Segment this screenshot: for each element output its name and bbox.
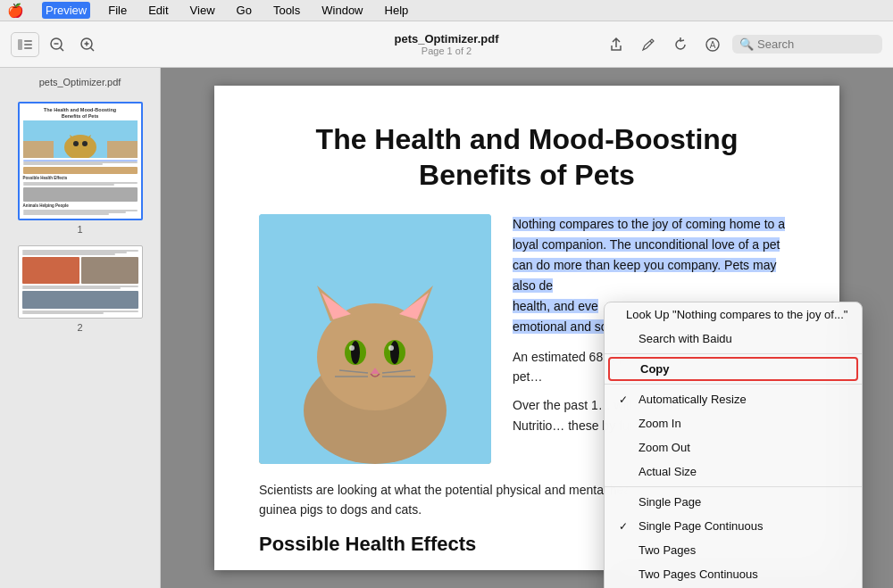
single-page-label: Single Page [638,495,701,509]
document-filename: pets_Optimizer.pdf [394,32,498,46]
actual-size-label: Actual Size [638,465,697,478]
svg-rect-2 [24,44,32,46]
thumbnail-2[interactable] [18,245,143,319]
content-area: The Health and Mood-Boosting Benefits of… [161,68,893,588]
context-menu-auto-resize[interactable]: ✓ Automatically Resize [605,387,862,411]
markup-icon [640,37,656,53]
context-menu-single-page[interactable]: Single Page [605,490,862,514]
svg-rect-0 [18,39,22,50]
menu-item-preview[interactable]: Preview [42,2,90,19]
svg-point-29 [349,345,355,351]
two-pages-label: Two Pages [638,543,696,557]
sidebar: pets_Optimizer.pdf The Health and Mood-B… [0,68,161,588]
single-page-cont-checkmark: ✓ [619,520,631,533]
context-menu-search-baidu[interactable]: Search with Baidu [605,327,862,351]
two-pages-cont-label: Two Pages Continuous [638,567,758,581]
menu-item-view[interactable]: View [187,2,219,19]
rotate-icon [672,37,689,53]
highlighted-text-2: health, and eve [513,299,598,313]
context-menu-two-pages[interactable]: Two Pages [605,538,862,562]
search-box[interactable]: 🔍 [732,35,882,54]
annotate-button[interactable]: A [700,32,725,57]
zoom-in-button[interactable] [75,32,100,57]
search-input[interactable] [757,37,873,51]
copy-label: Copy [640,362,670,376]
svg-point-17 [82,141,88,146]
svg-point-27 [351,341,360,364]
zoom-out-button[interactable] [45,32,70,57]
zoom-in-icon [79,37,96,53]
pdf-title: The Health and Mood-Boosting Benefits of… [259,121,795,193]
menu-item-help[interactable]: Help [381,2,413,19]
sidebar-toggle-icon [18,39,32,50]
markup-button[interactable] [636,32,661,57]
context-menu-copy[interactable]: Copy [608,357,858,381]
context-menu-lookup[interactable]: Look Up "Nothing compares to the joy of.… [605,302,862,327]
context-menu-single-page-cont[interactable]: ✓ Single Page Continuous [605,514,862,538]
annotate-icon: A [705,37,721,53]
toolbar-center: pets_Optimizer.pdf Page 1 of 2 [394,32,498,56]
svg-rect-3 [24,47,32,49]
page-info: Page 1 of 2 [421,46,472,56]
svg-point-28 [390,341,399,364]
zoom-in-label: Zoom In [638,417,681,430]
share-button[interactable] [604,32,629,57]
separator-1 [605,353,862,354]
thumb-cat-image [23,120,138,158]
sidebar-toggle-button[interactable] [11,32,39,57]
cat-svg [259,214,491,464]
main-area: pets_Optimizer.pdf The Health and Mood-B… [0,68,893,588]
thumbnail-1[interactable]: The Health and Mood-BoostingBenefits of … [18,102,143,220]
share-icon [608,37,624,53]
thumb-2-number: 2 [77,322,82,333]
svg-line-6 [61,47,64,51]
separator-3 [605,486,862,487]
svg-rect-1 [24,40,32,42]
thumb-1-number: 1 [77,224,82,235]
toolbar-right: A 🔍 [506,32,882,57]
context-menu-zoom-in[interactable]: Zoom In [605,411,862,435]
svg-line-10 [91,47,95,51]
context-menu-two-pages-cont[interactable]: Two Pages Continuous [605,562,862,586]
search-baidu-label: Search with Baidu [638,332,732,345]
menu-bar: 🍎 Preview File Edit View Go Tools Window… [0,0,893,21]
thumbnail-container-2: 2 [7,245,153,333]
context-menu-zoom-out[interactable]: Zoom Out [605,435,862,460]
context-menu: Look Up "Nothing compares to the joy of.… [604,302,863,588]
rotate-button[interactable] [668,32,693,57]
single-page-cont-label: Single Page Continuous [638,519,764,533]
auto-resize-label: Automatically Resize [638,393,747,406]
auto-resize-checkmark: ✓ [619,393,631,406]
highlighted-text-3: emotional and so [513,319,608,334]
zoom-out-icon [49,37,65,53]
context-menu-actual-size[interactable]: Actual Size [605,460,862,484]
pdf-cat-image [259,214,491,464]
menu-item-tools[interactable]: Tools [270,2,304,19]
toolbar-left [11,32,387,57]
zoom-out-label: Zoom Out [638,441,690,454]
lookup-label: Look Up "Nothing compares to the joy of.… [626,308,847,321]
svg-point-30 [388,345,394,351]
sidebar-filename: pets_Optimizer.pdf [7,77,153,87]
thumbnail-container-1: The Health and Mood-BoostingBenefits of … [7,102,153,235]
menu-item-edit[interactable]: Edit [145,2,171,19]
menu-item-file[interactable]: File [104,2,130,19]
separator-2 [605,384,862,385]
svg-text:A: A [710,40,716,50]
menu-item-go[interactable]: Go [233,2,255,19]
toolbar: pets_Optimizer.pdf Page 1 of 2 A [0,21,893,68]
apple-logo[interactable]: 🍎 [7,3,24,19]
svg-point-16 [73,141,79,146]
menu-item-window[interactable]: Window [318,2,366,19]
svg-line-11 [650,41,652,43]
highlighted-text: Nothing compares to the joy of coming ho… [513,217,785,293]
search-icon: 🔍 [739,37,754,51]
